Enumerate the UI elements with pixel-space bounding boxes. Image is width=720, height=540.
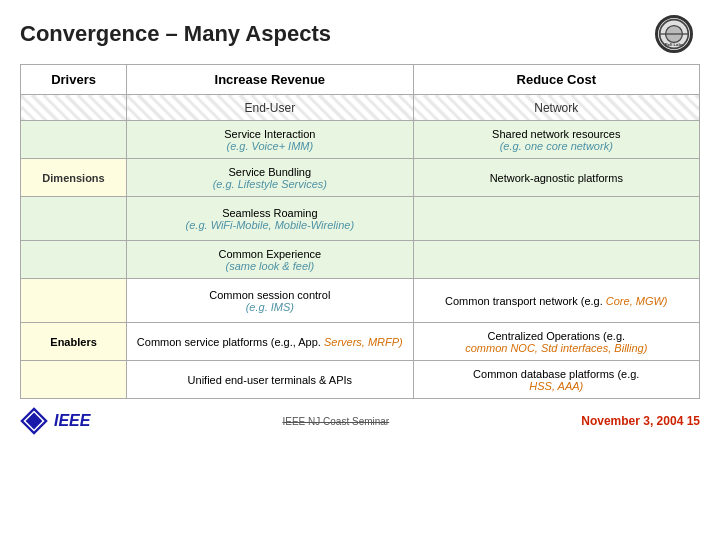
row5-center-text: Common session control xyxy=(209,289,330,301)
row5-center-italic: (e.g. IMS) xyxy=(246,301,294,313)
ieee-logo: IEEE xyxy=(20,407,90,435)
row2-center-italic: (e.g. Lifestyle Services) xyxy=(213,178,327,190)
table-row: Common Experience (same look & feel) xyxy=(21,241,700,279)
slide: Convergence – Many Aspects Bell Labs Dri… xyxy=(0,0,720,540)
row1-right-italic: (e.g. one core network) xyxy=(500,140,613,152)
row6-center-text: Common service platforms (e.g., App. xyxy=(137,336,321,348)
page-title: Convergence – Many Aspects xyxy=(20,21,331,47)
row1-center-text: Service Interaction xyxy=(224,128,315,140)
row2-right-text: Network-agnostic platforms xyxy=(490,172,623,184)
row2-center: Service Bundling (e.g. Lifestyle Service… xyxy=(127,159,413,197)
row4-center-text: Common Experience xyxy=(218,248,321,260)
row1-center-italic: (e.g. Voice+ IMM) xyxy=(226,140,313,152)
row7-right-text: Common database platforms (e.g. xyxy=(473,368,639,380)
logo-circle: Bell Labs xyxy=(655,15,693,53)
table-row: Common session control (e.g. IMS) Common… xyxy=(21,279,700,323)
row4-right xyxy=(413,241,699,279)
table-row: Seamless Roaming (e.g. WiFi-Mobile, Mobi… xyxy=(21,197,700,241)
subheader-end-user: End-User xyxy=(127,95,413,121)
row4-center: Common Experience (same look & feel) xyxy=(127,241,413,279)
row1-right-text: Shared network resources xyxy=(492,128,620,140)
row3-center-text: Seamless Roaming xyxy=(222,207,317,219)
row3-center-italic: (e.g. WiFi-Mobile, Mobile-Wireline) xyxy=(186,219,355,231)
row5-right-text: Common transport network (e.g. xyxy=(445,295,603,307)
row4-center-italic: (same look & feel) xyxy=(225,260,314,272)
svg-text:Bell Labs: Bell Labs xyxy=(665,42,684,47)
title-bar: Convergence – Many Aspects Bell Labs xyxy=(20,16,700,52)
row7-center: Unified end-user terminals & APIs xyxy=(127,361,413,399)
table-row: Unified end-user terminals & APIs Common… xyxy=(21,361,700,399)
row4-left xyxy=(21,241,127,279)
row5-center: Common session control (e.g. IMS) xyxy=(127,279,413,323)
header-increase: Increase Revenue xyxy=(127,65,413,95)
row1-left xyxy=(21,121,127,159)
table-header-row: Drivers Increase Revenue Reduce Cost xyxy=(21,65,700,95)
subheader-row: End-User Network xyxy=(21,95,700,121)
logo: Bell Labs xyxy=(648,16,700,52)
row7-right-italic: HSS, AAA) xyxy=(529,380,583,392)
row3-left xyxy=(21,197,127,241)
footer-center-text: IEEE NJ Coast Seminar xyxy=(283,416,390,427)
table-row: Enablers Common service platforms (e.g.,… xyxy=(21,323,700,361)
table-row: Dimensions Service Bundling (e.g. Lifest… xyxy=(21,159,700,197)
footer: IEEE IEEE NJ Coast Seminar November 3, 2… xyxy=(20,407,700,435)
row7-right: Common database platforms (e.g. HSS, AAA… xyxy=(413,361,699,399)
row2-left: Dimensions xyxy=(21,159,127,197)
subheader-network: Network xyxy=(413,95,699,121)
row3-center: Seamless Roaming (e.g. WiFi-Mobile, Mobi… xyxy=(127,197,413,241)
row7-left xyxy=(21,361,127,399)
table-row: Service Interaction (e.g. Voice+ IMM) Sh… xyxy=(21,121,700,159)
ieee-diamond-icon xyxy=(20,407,48,435)
row6-center-italic: Servers, MRFP) xyxy=(324,336,403,348)
row1-right: Shared network resources (e.g. one core … xyxy=(413,121,699,159)
row2-center-text: Service Bundling xyxy=(229,166,312,178)
row3-right xyxy=(413,197,699,241)
row6-right-italic: common NOC, Std interfaces, Billing) xyxy=(465,342,647,354)
row5-right: Common transport network (e.g. Core, MGW… xyxy=(413,279,699,323)
convergence-table: Drivers Increase Revenue Reduce Cost End… xyxy=(20,64,700,399)
row6-center: Common service platforms (e.g., App. Ser… xyxy=(127,323,413,361)
row5-right-italic: Core, MGW) xyxy=(606,295,668,307)
row6-right-text: Centralized Operations (e.g. xyxy=(487,330,625,342)
footer-date: November 3, 2004 15 xyxy=(581,414,700,428)
row5-left xyxy=(21,279,127,323)
row2-right: Network-agnostic platforms xyxy=(413,159,699,197)
ieee-label: IEEE xyxy=(54,412,90,430)
header-reduce: Reduce Cost xyxy=(413,65,699,95)
row1-center: Service Interaction (e.g. Voice+ IMM) xyxy=(127,121,413,159)
subheader-empty xyxy=(21,95,127,121)
row6-left: Enablers xyxy=(21,323,127,361)
row6-right: Centralized Operations (e.g. common NOC,… xyxy=(413,323,699,361)
header-drivers: Drivers xyxy=(21,65,127,95)
